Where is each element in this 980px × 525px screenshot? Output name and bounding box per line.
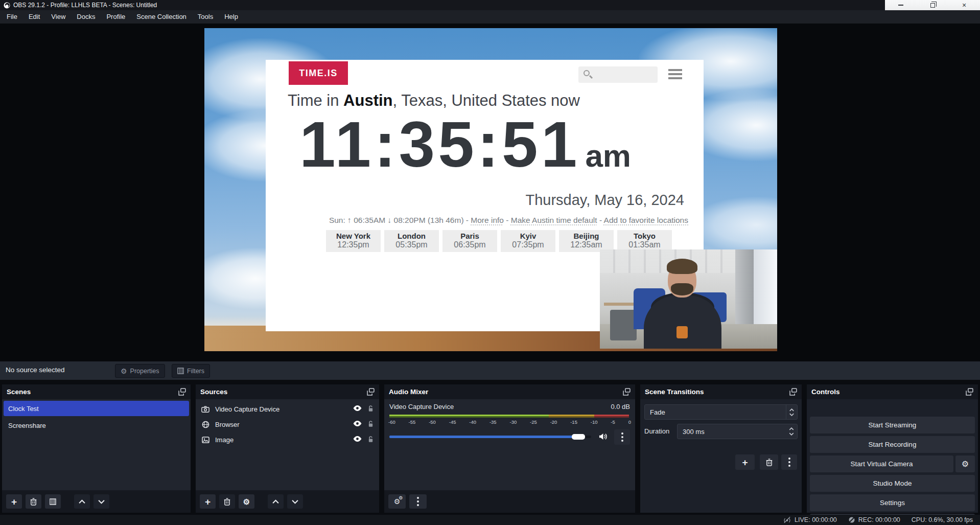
source-properties-button[interactable]: ⚙ <box>239 494 254 509</box>
popout-icon[interactable] <box>367 388 375 396</box>
visibility-eye-icon[interactable] <box>353 420 362 428</box>
gear-icon: ⚙ <box>243 498 250 506</box>
start-virtual-camera-button[interactable]: Start Virtual Camera <box>810 455 953 472</box>
move-source-down-button[interactable] <box>287 494 303 509</box>
mixer-level-db: 0.0 dB <box>611 403 630 410</box>
trash-icon <box>766 459 773 466</box>
mixer-channel-menu-button[interactable] <box>614 429 630 445</box>
sources-panel: Sources Video Capture Device Browser Ima… <box>196 384 379 513</box>
audio-mixer-panel: Audio Mixer Video Capture Device 0.0 dB … <box>384 384 635 513</box>
popout-icon[interactable] <box>178 388 186 396</box>
minimize-button[interactable] <box>885 0 917 10</box>
city-card: Tokyo01:35am <box>617 230 672 252</box>
window-title: OBS 29.1.2 - Profile: LLHLS BETA - Scene… <box>13 2 157 9</box>
menu-scene-collection[interactable]: Scene Collection <box>131 10 192 24</box>
move-scene-down-button[interactable] <box>94 494 109 509</box>
clock-ampm: am <box>585 138 631 173</box>
meter-scale: -60-55-50-45-40-35-30-25-20-15-10-50 <box>388 419 631 425</box>
add-transition-button[interactable]: + <box>735 454 755 470</box>
gear-icon: ⚙ <box>962 460 969 468</box>
live-icon <box>783 516 791 523</box>
obs-window: OBS 29.1.2 - Profile: LLHLS BETA - Scene… <box>0 0 980 525</box>
sources-title: Sources <box>200 388 367 396</box>
properties-button[interactable]: ⚙ Properties <box>115 364 165 378</box>
remove-transition-button[interactable] <box>760 454 778 470</box>
add-source-button[interactable]: + <box>200 494 216 509</box>
menu-bar: File Edit View Docks Profile Scene Colle… <box>0 10 980 24</box>
scene-item-screenshare[interactable]: Screenshare <box>4 418 189 433</box>
menu-profile[interactable]: Profile <box>101 10 131 24</box>
chevron-down-icon <box>292 499 298 504</box>
start-streaming-button[interactable]: Start Streaming <box>810 417 975 433</box>
menu-docks[interactable]: Docks <box>71 10 101 24</box>
duration-spinbox[interactable]: 300 ms <box>677 424 798 439</box>
filters-button[interactable]: Filters <box>172 364 210 378</box>
lock-icon[interactable] <box>367 420 374 429</box>
studio-mode-button[interactable]: Studio Mode <box>810 475 975 492</box>
webcam-overlay <box>600 249 777 349</box>
move-source-up-button[interactable] <box>268 494 284 509</box>
minimize-icon <box>898 5 903 6</box>
popout-icon[interactable] <box>789 388 797 396</box>
menu-edit[interactable]: Edit <box>23 10 45 24</box>
hamburger-icon <box>668 69 682 81</box>
image-icon <box>201 437 210 443</box>
timeis-logo: TIME.IS <box>289 61 348 85</box>
menu-help[interactable]: Help <box>219 10 244 24</box>
scene-filters-button[interactable] <box>45 494 61 509</box>
gears-icon: ⚙⚙ <box>394 498 401 505</box>
scene-item-clock-test[interactable]: Clock Test <box>4 401 189 416</box>
popout-icon[interactable] <box>623 388 631 396</box>
source-toolbar: No source selected ⚙ Properties Filters <box>0 361 980 380</box>
chevron-up-icon <box>79 499 85 504</box>
popout-icon[interactable] <box>966 388 973 396</box>
transition-select[interactable]: Fade <box>644 404 798 420</box>
source-item-image[interactable]: Image <box>196 432 379 447</box>
virtual-camera-config-button[interactable]: ⚙ <box>955 455 975 472</box>
chevron-down-icon <box>789 432 794 436</box>
source-item-video-capture[interactable]: Video Capture Device <box>196 401 379 417</box>
move-scene-up-button[interactable] <box>74 494 90 509</box>
visibility-eye-icon[interactable] <box>353 436 362 444</box>
visibility-eye-icon[interactable] <box>353 405 362 413</box>
status-bar: LIVE: 00:00:00 REC: 00:00:00 CPU: 0.6%, … <box>0 515 980 525</box>
world-cities-row: New York12:35pm London05:35pm Paris06:35… <box>326 230 672 252</box>
advanced-audio-button[interactable]: ⚙⚙ <box>388 494 406 509</box>
lock-icon[interactable] <box>367 405 374 414</box>
menu-file[interactable]: File <box>1 10 23 24</box>
close-button[interactable]: × <box>948 0 980 10</box>
spin-arrows[interactable] <box>789 424 794 439</box>
source-status-text: No source selected <box>6 366 65 374</box>
date-line: Thursday, May 16, 2024 <box>525 192 684 209</box>
mixer-menu-button[interactable] <box>409 494 427 509</box>
volume-slider-handle[interactable] <box>572 434 585 440</box>
more-info-link: More info <box>471 216 504 224</box>
remove-source-button[interactable] <box>219 494 235 509</box>
cpu-status: CPU: 0.6%, 30.00 fps <box>912 516 973 523</box>
source-item-browser[interactable]: Browser <box>196 417 379 432</box>
make-default-link: Make Austin time default <box>511 216 597 224</box>
sun-info-line: Sun: ↑ 06:35AM ↓ 08:20PM (13h 46m) - Mor… <box>266 216 688 225</box>
camera-icon <box>201 406 210 413</box>
lock-icon[interactable] <box>367 436 374 444</box>
settings-button[interactable]: Settings <box>810 494 975 511</box>
menu-view[interactable]: View <box>45 10 71 24</box>
maximize-icon <box>930 3 935 8</box>
filter-icon <box>50 498 56 505</box>
add-scene-button[interactable]: + <box>6 494 22 509</box>
rec-status: REC: 00:00:00 <box>848 516 900 523</box>
plus-icon: + <box>205 497 211 507</box>
controls-panel: Controls Start Streaming Start Recording… <box>807 384 978 513</box>
city-card: Paris06:35pm <box>442 230 497 252</box>
scene-preview[interactable]: TIME.IS Time in Austin, Texas, United St… <box>204 28 777 351</box>
start-recording-button[interactable]: Start Recording <box>810 436 975 453</box>
menu-tools[interactable]: Tools <box>192 10 219 24</box>
speaker-icon[interactable] <box>599 433 608 442</box>
remove-scene-button[interactable] <box>26 494 41 509</box>
select-spinner[interactable] <box>786 405 797 419</box>
maximize-button[interactable] <box>917 0 948 10</box>
controls-title: Controls <box>811 388 966 396</box>
volume-slider[interactable] <box>389 436 591 438</box>
transition-properties-button[interactable] <box>781 454 797 470</box>
close-icon: × <box>962 1 966 9</box>
